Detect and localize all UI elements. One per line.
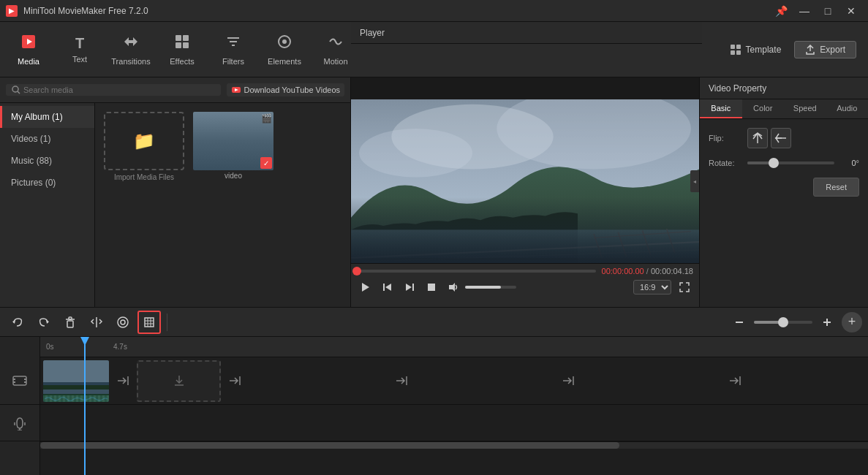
controls-row: 16:9 4:3 1:1 9:16 <box>357 278 693 296</box>
svg-rect-4 <box>176 42 181 48</box>
toolbar-effects[interactable]: Effects <box>156 24 208 75</box>
reset-button[interactable]: Reset <box>813 178 859 197</box>
property-header: Video Property <box>700 77 868 99</box>
toolbar-effects-label: Effects <box>170 57 194 66</box>
prev-frame-button[interactable] <box>379 278 396 296</box>
toolbar-media-label: Media <box>18 57 39 66</box>
undo-button[interactable] <box>6 311 29 334</box>
fullscreen-button[interactable] <box>676 278 693 296</box>
svg-rect-38 <box>67 321 73 327</box>
rotate-slider[interactable] <box>747 162 834 164</box>
motion-icon <box>328 34 344 54</box>
timeline-tracks: 0s 4.7s <box>0 337 868 475</box>
transition-arrow-5 <box>724 360 746 402</box>
timeline-scrollbar[interactable] <box>40 441 868 449</box>
flip-row: Flip: <box>709 128 859 148</box>
flip-horizontal-button[interactable] <box>747 128 768 148</box>
close-button[interactable]: ✕ <box>840 0 862 22</box>
search-box[interactable] <box>6 84 221 96</box>
app-icon: ▶ <box>6 5 18 17</box>
timeline-content: 0s 4.7s <box>40 337 868 475</box>
detach-audio-button[interactable] <box>111 311 135 334</box>
add-track-button[interactable]: + <box>842 312 862 332</box>
titlebar: ▶ MiniTool MovieMaker Free 7.2.0 📌 — □ ✕ <box>0 0 868 22</box>
minimize-button[interactable]: — <box>793 0 815 22</box>
sidebar-item-pictures[interactable]: Pictures (0) <box>0 172 94 194</box>
clip-volume-icon: 🔊 <box>46 395 55 402</box>
toolbar-text-label: Text <box>72 55 87 64</box>
search-input[interactable] <box>23 86 215 94</box>
tab-audio[interactable]: Audio <box>826 99 869 118</box>
toolbar-transitions-label: Transitions <box>111 57 150 66</box>
tab-speed[interactable]: Speed <box>784 99 826 118</box>
play-button[interactable] <box>357 278 374 296</box>
crop-button[interactable] <box>137 311 161 334</box>
svg-rect-56 <box>24 381 26 383</box>
split-button[interactable] <box>85 311 108 334</box>
property-body: Flip: Rotate: <box>700 119 868 307</box>
export-label: Export <box>820 45 845 55</box>
zoom-in-button[interactable] <box>815 311 839 334</box>
transition-slot-1[interactable] <box>137 360 221 402</box>
transition-arrow-1 <box>112 360 134 402</box>
maximize-button[interactable]: □ <box>817 0 839 22</box>
flip-buttons <box>747 128 791 148</box>
zoom-out-button[interactable] <box>728 311 751 334</box>
volume-button[interactable] <box>445 278 462 296</box>
text-icon: T <box>75 35 84 52</box>
rotate-slider-row: 0° <box>747 159 859 167</box>
flip-vertical-button[interactable] <box>771 128 791 148</box>
stop-button[interactable] <box>423 278 440 296</box>
rotate-handle[interactable] <box>769 158 779 168</box>
progress-handle[interactable] <box>352 267 361 276</box>
toolbar-text[interactable]: T Text <box>54 24 105 75</box>
toolbar-media[interactable]: Media <box>3 24 54 75</box>
svg-marker-35 <box>449 283 455 292</box>
effects-icon <box>174 34 190 54</box>
media-item-video[interactable]: 🎬 ✓ video <box>193 112 273 181</box>
player-header-spacer <box>351 77 699 99</box>
progress-row: 00:00:00.00 / 00:00:04.18 <box>357 267 693 276</box>
toolbar-transitions[interactable]: Transitions <box>105 24 156 75</box>
sidebar-item-music[interactable]: Music (88) <box>0 150 94 172</box>
volume-slider[interactable] <box>465 286 516 289</box>
zoom-handle[interactable] <box>778 317 788 327</box>
svg-line-16 <box>18 91 20 94</box>
toolbar-elements[interactable]: Elements <box>259 24 310 75</box>
timeline-separator <box>167 314 167 331</box>
tab-basic[interactable]: Basic <box>700 99 742 118</box>
left-panel: Download YouTube Videos My Album (1) Vid… <box>0 77 351 307</box>
zoom-slider[interactable] <box>754 321 812 324</box>
import-media-button[interactable]: 📁 <box>104 112 184 170</box>
total-time: 00:00:04.18 <box>651 267 693 276</box>
export-icon <box>805 45 815 55</box>
delete-button[interactable] <box>59 311 82 334</box>
tab-color[interactable]: Color <box>742 99 785 118</box>
progress-bar[interactable] <box>357 270 596 273</box>
elements-icon <box>276 34 293 54</box>
filters-icon <box>225 34 241 54</box>
sidebar-item-album[interactable]: My Album (1) <box>0 106 94 128</box>
svg-rect-55 <box>24 379 26 380</box>
flip-label: Flip: <box>709 134 741 142</box>
svg-rect-53 <box>13 379 15 380</box>
video-scene <box>351 99 699 263</box>
sidebar-item-videos[interactable]: Videos (1) <box>0 128 94 150</box>
aspect-ratio-select[interactable]: 16:9 4:3 1:1 9:16 <box>633 280 671 294</box>
video-clip[interactable]: 🔊 <box>43 360 109 402</box>
audio-waveform <box>43 394 109 402</box>
main-toolbar: Media T Text Transitions Effects Filters… <box>0 22 868 77</box>
template-button[interactable]: Template <box>722 41 789 58</box>
toolbar-filters[interactable]: Filters <box>208 24 259 75</box>
youtube-download-button[interactable]: Download YouTube Videos <box>227 83 345 96</box>
panel-resize-handle[interactable]: ◂ <box>690 170 699 192</box>
export-button[interactable]: Export <box>794 41 856 58</box>
next-frame-button[interactable] <box>401 278 418 296</box>
audio-track-label <box>0 405 39 441</box>
window-controls: — □ ✕ <box>793 0 862 22</box>
scrollbar-thumb[interactable] <box>40 442 619 449</box>
media-grid: 📁 Import Media Files 🎬 ✓ video <box>95 103 350 307</box>
folder-icon: 📁 <box>133 131 155 151</box>
redo-button[interactable] <box>32 311 56 334</box>
svg-rect-52 <box>13 376 26 385</box>
